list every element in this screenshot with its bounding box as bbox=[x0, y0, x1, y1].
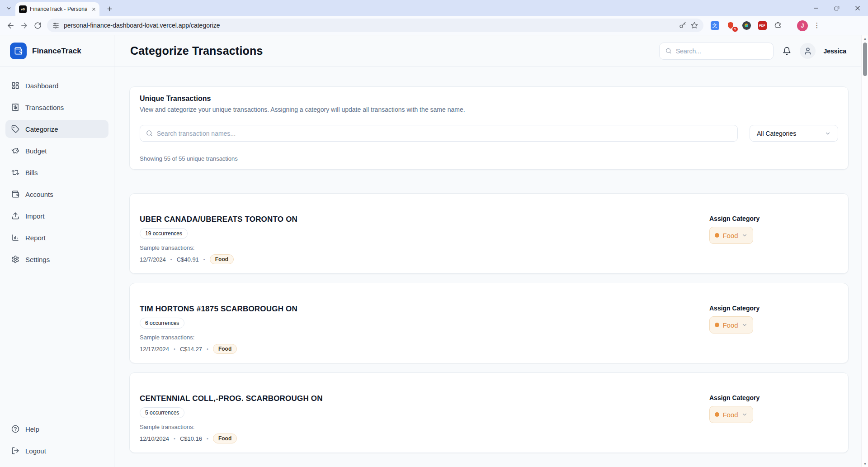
password-key-button[interactable] bbox=[679, 22, 686, 29]
category-dropdown[interactable]: Food bbox=[709, 227, 753, 244]
page-header: Categorize Transactions Jessica bbox=[114, 35, 861, 67]
tab-search-button[interactable] bbox=[5, 4, 13, 12]
main-column: Categorize Transactions Jessica Unique T… bbox=[114, 35, 861, 467]
bookmark-star-button[interactable] bbox=[691, 22, 698, 29]
transaction-card-main: CENTENNIAL COLL,-PROG. SCARBOROUGH ON 5 … bbox=[140, 394, 323, 442]
sample-label: Sample transactions: bbox=[140, 424, 323, 430]
dashboard-icon bbox=[11, 81, 19, 90]
minimize-icon bbox=[813, 5, 819, 11]
browser-menu-button[interactable]: ⋮ bbox=[813, 20, 821, 30]
back-button[interactable] bbox=[4, 19, 17, 32]
panel-title: Unique Transactions bbox=[140, 95, 838, 103]
chevron-down-icon bbox=[6, 5, 12, 11]
pdf-extension-button[interactable]: PDF bbox=[757, 20, 767, 30]
page-content: Unique Transactions View and categorize … bbox=[114, 67, 861, 467]
chevron-down-icon bbox=[741, 322, 748, 328]
sidebar-item-bills[interactable]: Bills bbox=[5, 163, 108, 181]
category-filter-value: All Categories bbox=[757, 130, 796, 137]
plus-icon bbox=[106, 5, 113, 12]
new-tab-button[interactable] bbox=[105, 4, 114, 13]
category-color-dot bbox=[715, 233, 719, 238]
category-dropdown[interactable]: Food bbox=[709, 406, 753, 423]
occurrences-badge: 19 occurrences bbox=[140, 228, 188, 239]
tab-title: FinanceTrack - Personal Finance bbox=[30, 6, 87, 12]
close-window-button[interactable] bbox=[847, 0, 868, 16]
sample-label: Sample transactions: bbox=[140, 244, 297, 251]
sidebar-item-label: Logout bbox=[25, 447, 46, 455]
sidebar-item-dashboard[interactable]: Dashboard bbox=[5, 76, 108, 95]
puzzle-icon bbox=[774, 21, 782, 29]
user-avatar[interactable] bbox=[800, 43, 816, 59]
sidebar-item-help[interactable]: Help bbox=[5, 420, 108, 438]
bullet-separator: • bbox=[207, 436, 208, 441]
translate-icon: 文 bbox=[711, 21, 719, 30]
repeat-icon bbox=[11, 168, 19, 176]
sample-date: 12/17/2024 bbox=[140, 346, 169, 353]
global-search[interactable] bbox=[659, 43, 774, 60]
assign-category-section: Assign Category Food bbox=[709, 394, 838, 442]
sample-amount: C$40.91 bbox=[177, 256, 199, 263]
translate-extension-button[interactable]: 文 bbox=[710, 20, 720, 30]
global-search-input[interactable] bbox=[676, 48, 768, 55]
category-color-dot bbox=[715, 323, 719, 327]
scroll-down-arrow[interactable]: ▼ bbox=[862, 461, 868, 467]
transaction-card-main: UBER CANADA/UBEREATS TORONTO ON 19 occur… bbox=[140, 215, 297, 262]
sample-amount: C$14.27 bbox=[180, 346, 202, 353]
sidebar-item-logout[interactable]: Logout bbox=[5, 442, 108, 460]
occurrences-badge: 5 occurrences bbox=[140, 407, 184, 418]
brand-name: FinanceTrack bbox=[32, 47, 81, 56]
transaction-card-main: TIM HORTONS #1875 SCARBOROUGH ON 6 occur… bbox=[140, 305, 297, 352]
transaction-card-list: UBER CANADA/UBEREATS TORONTO ON 19 occur… bbox=[129, 193, 849, 467]
header-actions: Jessica bbox=[659, 43, 846, 60]
shield-extension-button[interactable]: 5 bbox=[726, 20, 736, 30]
scrollbar-thumb[interactable] bbox=[863, 43, 867, 76]
unique-transactions-panel: Unique Transactions View and categorize … bbox=[129, 86, 849, 170]
search-icon bbox=[146, 130, 153, 137]
tune-icon bbox=[52, 22, 59, 29]
sidebar-item-settings[interactable]: Settings bbox=[5, 250, 108, 268]
sidebar: FinanceTrack Dashboard Transactions Cate… bbox=[0, 35, 114, 467]
forward-button[interactable] bbox=[17, 19, 31, 32]
assign-category-section: Assign Category Food bbox=[709, 215, 838, 262]
site-info-icon[interactable] bbox=[52, 22, 59, 29]
sidebar-item-report[interactable]: Report bbox=[5, 229, 108, 247]
browser-toolbar: personal-finance-dashboard-lovat.vercel.… bbox=[0, 16, 868, 35]
page-scrollbar[interactable]: ▲ ▼ bbox=[861, 35, 868, 467]
chevron-down-icon bbox=[825, 130, 831, 137]
sidebar-item-transactions[interactable]: Transactions bbox=[5, 98, 108, 116]
category-dropdown[interactable]: Food bbox=[709, 316, 753, 334]
sidebar-item-import[interactable]: Import bbox=[5, 207, 108, 225]
search-icon bbox=[665, 48, 672, 54]
sidebar-item-categorize[interactable]: Categorize bbox=[5, 120, 108, 138]
transaction-search[interactable] bbox=[140, 125, 738, 142]
close-icon bbox=[91, 7, 96, 12]
transaction-card: UBER CANADA/UBEREATS TORONTO ON 19 occur… bbox=[129, 193, 849, 274]
sidebar-nav: Dashboard Transactions Categorize Budget… bbox=[0, 67, 114, 420]
category-filter-select[interactable]: All Categories bbox=[750, 125, 838, 142]
minimize-button[interactable] bbox=[806, 0, 826, 16]
restore-button[interactable] bbox=[826, 0, 847, 16]
arrow-left-icon bbox=[6, 21, 15, 30]
notifications-button[interactable] bbox=[781, 46, 792, 57]
picker-extension-button[interactable] bbox=[741, 20, 751, 30]
sidebar-item-accounts[interactable]: Accounts bbox=[5, 185, 108, 203]
bullet-separator: • bbox=[174, 346, 175, 352]
help-icon bbox=[11, 425, 19, 433]
browser-profile-button[interactable]: J bbox=[797, 20, 807, 30]
sample-transaction-row: 12/7/2024 • C$40.91 • Food bbox=[140, 254, 297, 264]
category-chip: Food bbox=[213, 344, 237, 354]
chevron-down-icon bbox=[741, 232, 748, 238]
category-dropdown-value: Food bbox=[722, 321, 738, 329]
app-window: FinanceTrack Dashboard Transactions Cate… bbox=[0, 35, 861, 467]
transaction-search-input[interactable] bbox=[157, 130, 731, 137]
tab-close-button[interactable] bbox=[90, 5, 97, 13]
url-bar[interactable]: personal-finance-dashboard-lovat.vercel.… bbox=[47, 19, 703, 32]
browser-tab[interactable]: v0 FinanceTrack - Personal Finance bbox=[15, 2, 99, 16]
transaction-card: TIM HORTONS #1875 SCARBOROUGH ON 6 occur… bbox=[129, 283, 849, 363]
reload-icon bbox=[34, 22, 42, 29]
reload-button[interactable] bbox=[31, 19, 44, 32]
extensions-menu-button[interactable] bbox=[773, 20, 783, 30]
scroll-up-arrow[interactable]: ▲ bbox=[862, 35, 868, 42]
sidebar-item-budget[interactable]: Budget bbox=[5, 142, 108, 160]
assign-category-label: Assign Category bbox=[709, 215, 838, 222]
